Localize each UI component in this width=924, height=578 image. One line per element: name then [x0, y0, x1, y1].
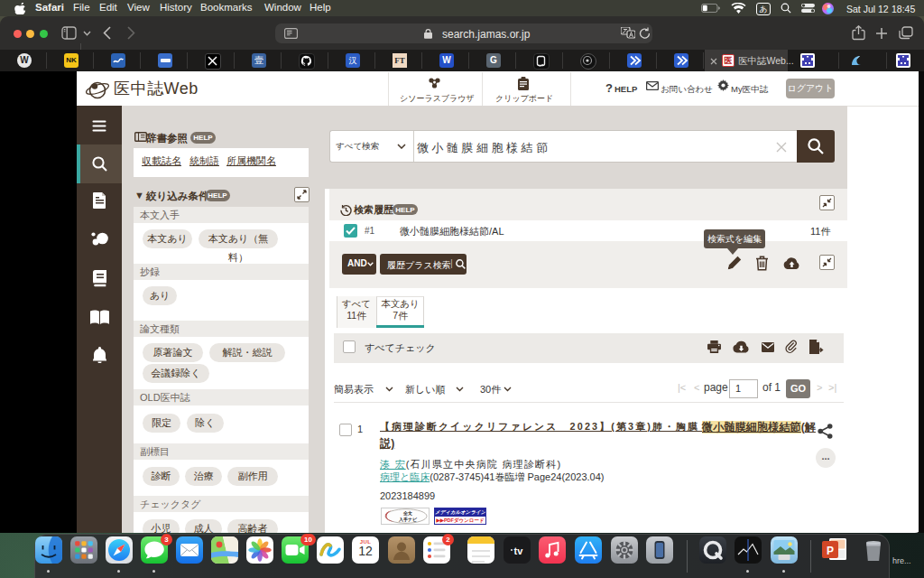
- svg-text:tv: tv: [514, 545, 524, 556]
- svg-text:全文: 全文: [402, 510, 412, 516]
- svg-text:入手ナビ: 入手ナビ: [398, 517, 418, 523]
- svg-text:P: P: [827, 545, 834, 557]
